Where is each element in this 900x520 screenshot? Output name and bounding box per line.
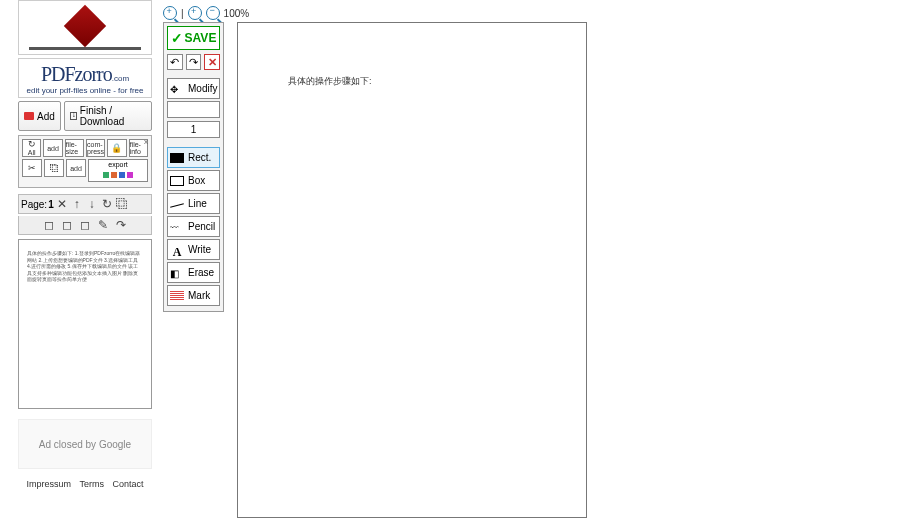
toolbox: ✓SAVE ↶ ↷ ✕ Modify Rect. Box Line Pencil… — [163, 22, 224, 312]
rotate-page-icon[interactable]: ↻ — [100, 197, 114, 211]
logo-text-box: PDFzorro.com edit your pdf-files online … — [18, 58, 152, 98]
add-icon — [24, 112, 34, 120]
cut-button[interactable]: ✂ — [22, 159, 42, 177]
tool-b-icon[interactable]: ◻ — [60, 218, 74, 232]
zoom-in-icon[interactable] — [163, 6, 177, 20]
check-icon: ✓ — [171, 30, 183, 46]
cancel-button[interactable]: ✕ — [204, 54, 220, 70]
impressum-link[interactable]: Impressum — [26, 479, 71, 489]
page-up-icon[interactable]: ↑ — [70, 197, 84, 211]
pencil-tool[interactable]: Pencil — [167, 216, 220, 237]
logo-box — [18, 0, 152, 55]
rect-tool[interactable]: Rect. — [167, 147, 220, 168]
contact-link[interactable]: Contact — [113, 479, 144, 489]
close-panel-icon[interactable]: x — [144, 137, 148, 146]
page-bar: Page: 1 ✕ ↑ ↓ ↻ ⿻ — [18, 194, 152, 214]
box-icon — [170, 176, 184, 186]
footer-links: Impressum Terms Contact — [18, 479, 152, 489]
export-button[interactable]: export — [88, 159, 148, 182]
mark-tool[interactable]: Mark — [167, 285, 220, 306]
modify-tool[interactable]: Modify — [167, 78, 220, 99]
linewidth-input[interactable] — [167, 121, 220, 138]
line-icon — [170, 203, 184, 208]
copy-pages-button[interactable]: ⿻ — [44, 159, 64, 177]
save-button[interactable]: ✓SAVE — [167, 26, 220, 50]
page-label: Page: — [21, 199, 47, 210]
ad-box: Ad closed by Google — [18, 419, 152, 469]
pdf-canvas[interactable]: 具体的操作步骤如下: — [237, 22, 587, 518]
copy-icon: ⿻ — [50, 164, 59, 173]
finish-download-button[interactable]: Finish / Download — [64, 101, 152, 131]
erase-icon — [170, 268, 184, 278]
tool-a-icon[interactable]: ◻ — [42, 218, 56, 232]
mini-add2-button[interactable]: add — [66, 159, 86, 177]
page-down-icon[interactable]: ↓ — [85, 197, 99, 211]
page-thumbnail[interactable]: 具体的操作步骤如下: 1.登录到PDFzorro在线编辑器网站 2.上传您想要编… — [18, 239, 152, 409]
write-icon: A — [170, 245, 184, 255]
zoom-bar: | 100% — [163, 6, 249, 20]
download-icon — [70, 112, 77, 120]
page-number: 1 — [48, 199, 54, 210]
erase-tool[interactable]: Erase — [167, 262, 220, 283]
write-tool[interactable]: AWrite — [167, 239, 220, 260]
logo-tagline: edit your pdf-files online - for free — [25, 86, 145, 95]
line-tool[interactable]: Line — [167, 193, 220, 214]
mark-icon — [170, 291, 184, 301]
zoom-fit-icon[interactable] — [188, 6, 202, 20]
page-toolbar-2: ◻ ◻ ◻ ✎ ↷ — [18, 216, 152, 235]
file-size-button[interactable]: file-size — [65, 139, 84, 157]
zoom-out-icon[interactable] — [206, 6, 220, 20]
move-icon — [170, 84, 184, 94]
lock-icon: 🔒 — [111, 144, 122, 153]
tool-d-icon[interactable]: ✎ — [96, 218, 110, 232]
tool-e-icon[interactable]: ↷ — [114, 218, 128, 232]
compress-button[interactable]: com-press — [86, 139, 105, 157]
canvas-text: 具体的操作步骤如下: — [288, 75, 372, 88]
delete-page-icon[interactable]: ✕ — [55, 197, 69, 211]
undo-button[interactable]: ↶ — [167, 54, 183, 70]
copy-page-icon[interactable]: ⿻ — [115, 197, 129, 211]
rect-icon — [170, 153, 184, 163]
logo-name: PDFzorro — [41, 63, 112, 85]
redo-button[interactable]: ↷ — [186, 54, 202, 70]
tool-c-icon[interactable]: ◻ — [78, 218, 92, 232]
pencil-icon — [170, 222, 184, 232]
logo-diamond-icon — [64, 5, 106, 47]
terms-link[interactable]: Terms — [79, 479, 104, 489]
color-input[interactable] — [167, 101, 220, 118]
add-button[interactable]: Add — [18, 101, 61, 131]
rotate-all-button[interactable]: ↻All — [22, 139, 41, 157]
mini-add-button[interactable]: add — [43, 139, 62, 157]
zoom-level: 100% — [224, 8, 250, 19]
tools-panel: x ↻All add file-size com-press 🔒 file-in… — [18, 135, 152, 188]
lock-button[interactable]: 🔒 — [107, 139, 126, 157]
box-tool[interactable]: Box — [167, 170, 220, 191]
cut-icon: ✂ — [28, 164, 36, 173]
